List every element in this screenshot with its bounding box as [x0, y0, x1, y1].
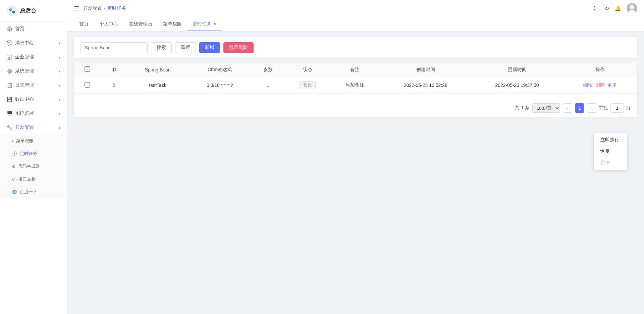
chevron-down-icon: ▾ — [59, 112, 60, 115]
tab-profile[interactable]: 个人中心 — [94, 18, 123, 31]
tab-task[interactable]: 定时任务 ✕ — [187, 18, 222, 31]
sidebar-label-menu-perm: 菜单权限 — [16, 138, 34, 144]
status-badge: 暂停 — [300, 81, 316, 89]
goto-input[interactable] — [610, 103, 624, 113]
sidebar-label-log: 日志管理 — [15, 82, 34, 88]
tab-online[interactable]: 在线管理员 — [123, 18, 158, 31]
breadcrumb-item-devconfig: 开发配置 — [83, 5, 102, 11]
sidebar-item-log[interactable]: 📋 日志管理 ▾ — [0, 78, 67, 92]
page-1-button[interactable]: 1 — [575, 103, 584, 113]
menu-toggle-icon[interactable]: ☰ — [74, 5, 79, 12]
table-card: ID Spring Bean Cron表达式 参数 状态 备注 创建时间 更新时… — [74, 62, 637, 117]
baidu-icon: 🌐 — [12, 190, 17, 194]
batch-delete-button[interactable]: 批量删除 — [223, 42, 254, 53]
dropdown-item-execute[interactable]: 立即执行 — [594, 134, 627, 146]
system-icon: ⚙️ — [7, 68, 12, 74]
sidebar-label-api-doc: 接口文档 — [18, 176, 36, 182]
sidebar-item-monitor[interactable]: 🖥️ 系统监控 ▾ — [0, 106, 67, 120]
row-spring-bean: testTask — [127, 77, 189, 94]
topbar: ☰ 开发配置 / 定时任务 ⛶ ↻ 🔔 — [67, 0, 644, 17]
row-id: 2 — [101, 77, 127, 94]
menu-perm-icon: ▪ — [12, 139, 13, 143]
dropdown-item-pause: 暂停 — [594, 157, 627, 168]
avatar[interactable] — [627, 3, 637, 14]
app-logo: 🐾 — [7, 5, 17, 16]
col-updated: 更新时间 — [471, 62, 563, 77]
chevron-down-icon: ▾ — [59, 69, 60, 73]
sidebar-label-code-gen: 代码生成器 — [18, 163, 40, 169]
sidebar-item-data[interactable]: 💾 数据中心 ▾ — [0, 92, 67, 106]
code-gen-icon: ⊙ — [12, 164, 15, 169]
bell-icon[interactable]: 🔔 — [614, 5, 621, 12]
sidebar-label-devconfig: 开发配置 — [15, 124, 34, 130]
breadcrumb-item-task: 定时任务 — [107, 5, 126, 11]
row-checkbox-cell — [74, 77, 101, 94]
page-goto: 前往 页 — [599, 103, 631, 113]
sidebar-label-home: 首页 — [15, 26, 24, 32]
col-created: 创建时间 — [380, 62, 471, 77]
col-spring-bean: Spring Bean — [127, 62, 189, 77]
add-button[interactable]: 新增 — [199, 42, 220, 53]
sidebar-header: 🐾 总后台 — [0, 0, 67, 22]
search-input[interactable] — [80, 42, 148, 53]
sidebar-item-baidu[interactable]: 🌐 百度一下 — [0, 186, 67, 198]
dropdown-item-resume[interactable]: 恢复 — [594, 146, 627, 157]
devconfig-icon: 🔧 — [7, 125, 12, 130]
topbar-right: ⛶ ↻ 🔔 — [594, 3, 637, 14]
search-button[interactable]: 搜索 — [151, 42, 172, 53]
total-info: 共 1 条 — [515, 105, 530, 111]
scheduled-task-icon: 🕐 — [12, 151, 17, 156]
delete-button[interactable]: 删除 — [595, 82, 605, 88]
row-params: 1 — [251, 77, 285, 94]
row-updated: 2022-05-23 19:37:50 — [471, 77, 563, 94]
sidebar-item-message[interactable]: 💬 消息中心 ▾ — [0, 36, 67, 50]
sidebar-item-home[interactable]: 🏠 首页 — [0, 22, 67, 36]
prev-page-button[interactable]: ‹ — [563, 103, 572, 113]
row-cron: 0 0/10 * * * ? — [189, 77, 251, 94]
table-wrap: ID Spring Bean Cron表达式 参数 状态 备注 创建时间 更新时… — [74, 62, 637, 99]
more-dropdown: 立即执行 恢复 暂停 — [594, 133, 627, 170]
api-doc-icon: ⊙ — [12, 177, 15, 181]
sidebar-item-scheduled-task[interactable]: 🕐 定时任务 — [0, 147, 67, 160]
col-cron: Cron表达式 — [189, 62, 251, 77]
refresh-icon[interactable]: ↻ — [605, 5, 609, 12]
breadcrumb-separator: / — [104, 6, 105, 11]
home-icon: 🏠 — [7, 26, 12, 32]
sidebar-item-menu-perm[interactable]: ▪ 菜单权限 — [0, 135, 67, 147]
content-area: 搜索 重置 新增 批量删除 ID Spring Bean Cron表达式 参数 — [67, 32, 644, 314]
reset-button[interactable]: 重置 — [175, 42, 196, 53]
sidebar-item-system[interactable]: ⚙️ 系统管理 ▾ — [0, 64, 67, 78]
more-button[interactable]: 更多 — [607, 82, 617, 88]
sidebar-label-message: 消息中心 — [15, 40, 34, 46]
chevron-down-icon: ▾ — [59, 55, 60, 59]
tab-menu[interactable]: 菜单权限 — [158, 18, 187, 31]
tab-close-icon[interactable]: ✕ — [213, 22, 217, 27]
row-remark: 添加备注 — [330, 77, 380, 94]
sidebar-item-enterprise[interactable]: 📊 企业管理 ▾ — [0, 50, 67, 64]
edit-button[interactable]: 编辑 — [583, 82, 593, 88]
sidebar-item-api-doc[interactable]: ⊙ 接口文档 — [0, 173, 67, 186]
fullscreen-icon[interactable]: ⛶ — [594, 5, 599, 11]
next-page-button[interactable]: › — [587, 103, 596, 113]
page-size-select[interactable]: 10条/页20条/页50条/页 — [532, 103, 560, 113]
pagination: 共 1 条 10条/页20条/页50条/页 ‹ 1 › 前往 页 — [74, 99, 637, 117]
sidebar-menu: 🏠 首页 💬 消息中心 ▾ 📊 企业管理 ▾ ⚙️ 系统管理 — [0, 22, 67, 314]
monitor-icon: 🖥️ — [7, 111, 12, 116]
col-status: 状态 — [285, 62, 330, 77]
main-area: ☰ 开发配置 / 定时任务 ⛶ ↻ 🔔 首页 个人中心 在线管理员 菜单 — [67, 0, 644, 314]
sidebar-label-data: 数据中心 — [15, 96, 34, 102]
tab-home[interactable]: 首页 — [74, 18, 94, 31]
sidebar-item-devconfig[interactable]: 🔧 开发配置 ▴ — [0, 120, 67, 135]
chevron-down-icon: ▾ — [59, 98, 60, 101]
col-checkbox — [74, 62, 101, 77]
row-created: 2022-05-23 16:52:28 — [380, 77, 471, 94]
sidebar-submenu-devconfig: ▪ 菜单权限 🕐 定时任务 ⊙ 代码生成器 ⊙ 接口文档 🌐 百度一下 — [0, 135, 67, 198]
select-all-checkbox[interactable] — [85, 66, 90, 72]
sidebar-label-baidu: 百度一下 — [20, 189, 37, 195]
sidebar-item-code-gen[interactable]: ⊙ 代码生成器 — [0, 160, 67, 173]
row-checkbox[interactable] — [85, 82, 90, 88]
col-remark: 备注 — [330, 62, 380, 77]
sidebar-label-scheduled-task: 定时任务 — [20, 151, 37, 157]
toolbar: 搜索 重置 新增 批量删除 — [74, 37, 637, 58]
chevron-up-icon: ▴ — [59, 126, 60, 129]
